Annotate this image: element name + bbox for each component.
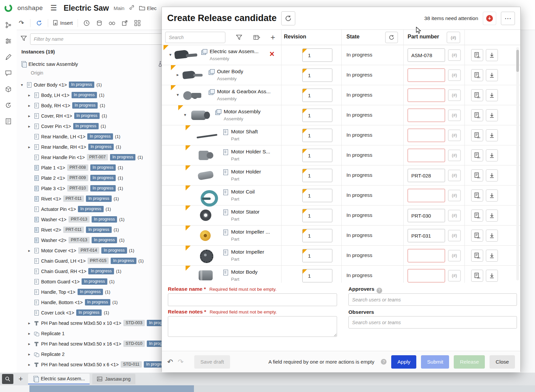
appearance-icon[interactable] [4, 53, 13, 61]
export-button[interactable] [486, 189, 498, 202]
tree-item[interactable]: Rear Handle Pin <1> PRT-007 In progress … [17, 152, 169, 162]
tree-chevron-icon[interactable]: ▸ [27, 362, 32, 367]
auto-number-button[interactable]: (#) [448, 130, 461, 141]
release-notes-button[interactable]: On [471, 109, 483, 121]
part-number-input[interactable] [408, 149, 445, 162]
part-number-input[interactable] [408, 69, 445, 82]
more-options-button[interactable]: ⋯ [501, 12, 515, 25]
export-button[interactable] [486, 169, 498, 181]
insert-button[interactable]: Insert [51, 18, 74, 28]
search-tool-button[interactable] [2, 374, 13, 384]
row-chevron-icon[interactable]: ▸ [175, 72, 180, 77]
revision-input[interactable] [303, 89, 332, 102]
auto-number-all-button[interactable]: (#) [447, 32, 460, 43]
export-button[interactable] [486, 149, 498, 161]
tab-electric-saw-assembly[interactable]: Electric saw Assem... [28, 374, 90, 384]
dialog-filter-icon[interactable] [234, 32, 244, 42]
auto-number-button[interactable]: (#) [448, 49, 461, 61]
apply-button[interactable]: Apply [391, 355, 416, 369]
export-button[interactable] [486, 49, 498, 61]
release-name-input[interactable] [168, 293, 337, 306]
tree-chevron-icon[interactable]: ▸ [27, 342, 32, 346]
tree-item[interactable]: ▸ PH Pan head screw M3x0.50 x 16 <1> STD… [17, 339, 169, 349]
tree-chevron-icon[interactable]: ▸ [27, 331, 32, 336]
auto-number-button[interactable]: (#) [448, 250, 461, 261]
release-notes-textarea[interactable] [168, 316, 337, 337]
release-notes-button[interactable]: On [471, 69, 483, 81]
tree-chevron-icon[interactable]: ▸ [27, 103, 32, 108]
auto-number-button[interactable]: (#) [448, 270, 461, 281]
expand-table-icon[interactable] [251, 32, 262, 42]
dialog-search-input[interactable] [165, 32, 225, 43]
export-button[interactable] [486, 270, 498, 282]
pattern-icon[interactable] [132, 18, 143, 28]
parts-icon[interactable] [4, 85, 13, 94]
tree-item[interactable]: ▸ Replicate 2 [17, 349, 169, 359]
tree-item[interactable]: Actuator Pin <1> In progress (1) [17, 204, 169, 214]
auto-number-button[interactable]: (#) [448, 190, 461, 201]
release-notes-button[interactable]: On [471, 129, 483, 141]
versions-icon[interactable] [4, 21, 13, 29]
tree-item[interactable]: ▸ Cover, RH <1> In progress (1) [17, 111, 169, 121]
history-icon[interactable] [4, 101, 13, 110]
part-number-input[interactable] [408, 48, 445, 62]
release-notes-button[interactable]: On [471, 210, 483, 222]
revision-input[interactable] [303, 189, 332, 202]
auto-number-button[interactable]: (#) [448, 90, 461, 101]
footer-help-icon[interactable]: ? [381, 359, 387, 365]
revision-input[interactable] [303, 209, 332, 222]
export-button[interactable] [486, 250, 498, 262]
revision-history-icon[interactable] [81, 18, 92, 28]
tree-item[interactable]: Washer <1> PRT-013 In progress (1) [17, 214, 169, 225]
tree-item[interactable]: ▸ Replicate 1 [17, 328, 169, 339]
release-notes-button[interactable]: On [471, 250, 483, 262]
close-button[interactable]: Close [490, 355, 515, 369]
tree-item[interactable]: Plate 1 <1> PRT-008 In progress (1) [17, 162, 169, 173]
release-notes-button[interactable]: On [471, 149, 483, 161]
export-button[interactable] [486, 210, 498, 222]
tree-item[interactable]: ▸ Body, LH <1> In progress (1) [17, 90, 169, 100]
scrollbar-thumb[interactable] [516, 50, 519, 72]
tree-item[interactable]: Handle, Bottom <1> In progress (1) [17, 297, 169, 307]
revision-input[interactable] [303, 49, 332, 61]
tree-chevron-icon[interactable]: ▸ [27, 93, 32, 98]
tree-item[interactable]: Rear Handle, LH <1> In progress (1) [17, 131, 169, 142]
row-chevron-icon[interactable]: ▾ [183, 112, 188, 117]
tree-item[interactable]: ▾ Outer Body <1> In progress (1) [17, 80, 169, 90]
tree-chevron-icon[interactable]: ▸ [27, 114, 32, 118]
footer-undo-button[interactable]: ↶ [167, 358, 173, 366]
tree-item[interactable]: Bottom Guard <1> In progress (1) [17, 276, 169, 287]
tree-root-item[interactable]: Electric saw Assembly [17, 59, 169, 69]
add-tab-button[interactable]: + [16, 374, 25, 384]
tree-chevron-icon[interactable]: ▸ [27, 145, 32, 149]
tree-chevron-icon[interactable]: ▸ [27, 248, 32, 253]
tree-item[interactable]: Plate 2 <1> PRT-009 In progress (1) [17, 173, 169, 183]
export-view-icon[interactable] [119, 18, 130, 28]
release-notes-button[interactable]: On [471, 89, 483, 101]
revision-input[interactable] [303, 169, 332, 182]
revolve-icon[interactable] [94, 18, 105, 28]
sync-button[interactable] [34, 18, 44, 28]
export-button[interactable] [486, 109, 498, 121]
tree-item[interactable]: Cover Lock <1> In progress (1) [17, 307, 169, 318]
part-number-input[interactable] [408, 189, 445, 202]
part-number-input[interactable] [408, 249, 445, 262]
revision-input[interactable] [303, 269, 332, 282]
reset-state-button[interactable] [385, 32, 398, 43]
filter-funnel-icon[interactable] [21, 36, 27, 42]
breadcrumb[interactable]: Elec [139, 5, 156, 11]
main-menu-icon[interactable]: ☰ [50, 4, 57, 12]
tree-item[interactable]: ▸ Body, RH <1> In progress (1) [17, 100, 169, 111]
tree-item[interactable]: Handle, Top <1> In progress (1) [17, 287, 169, 297]
tree-item-origin[interactable]: Origin [31, 70, 43, 76]
export-button[interactable] [486, 129, 498, 141]
share-link-icon[interactable] [129, 5, 134, 11]
table-scrollbar[interactable] [516, 47, 519, 280]
approvers-help-icon[interactable]: ? [377, 288, 382, 293]
submit-button[interactable]: Submit [421, 355, 449, 369]
revision-input[interactable] [303, 149, 332, 162]
revision-input[interactable] [303, 109, 332, 122]
part-number-input[interactable] [408, 109, 445, 122]
tree-item[interactable]: Washer <2> PRT-013 In progress (1) [17, 235, 169, 245]
tab-jawsaw-png[interactable]: Jawsaw.png [92, 374, 135, 384]
